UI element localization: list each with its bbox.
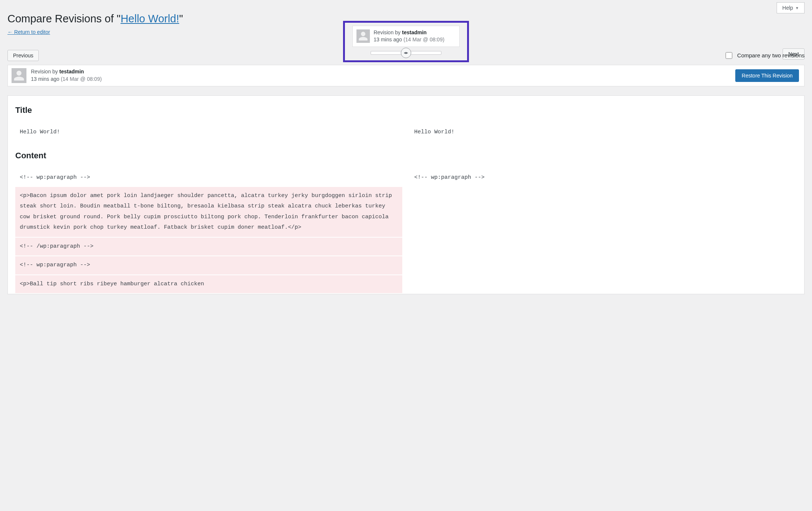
slider-handle[interactable]: ◂▸ <box>401 48 411 58</box>
person-icon <box>13 70 25 82</box>
tooltip-info: Revision by testadmin 13 mins ago (14 Ma… <box>374 29 444 44</box>
revision-slider-track[interactable]: ◂▸ <box>352 51 460 55</box>
diff-line: <!-- wp:paragraph --> <box>15 169 402 187</box>
avatar <box>12 68 26 83</box>
diff-panel: Title Hello World! Hello World! Content … <box>7 95 805 295</box>
person-icon <box>358 31 368 41</box>
return-to-editor-link[interactable]: ← Return to editor <box>7 29 50 35</box>
diff-content-heading: Content <box>15 151 797 161</box>
help-tab[interactable]: Help ▼ <box>777 2 805 13</box>
revision-header-bar: Revision by testadmin 13 mins ago (14 Ma… <box>7 65 805 86</box>
diff-line: <!-- wp:paragraph --> <box>15 256 402 275</box>
diff-line: <!-- wp:paragraph --> <box>410 169 797 187</box>
revision-tooltip: Revision by testadmin 13 mins ago (14 Ma… <box>352 26 460 47</box>
diff-line: <!-- /wp:paragraph --> <box>15 238 402 257</box>
revision-slider-highlight: Revision by testadmin 13 mins ago (14 Ma… <box>343 21 469 62</box>
restore-revision-button[interactable]: Restore This Revision <box>735 69 799 82</box>
diff-line: <p>Ball tip short ribs ribeye hamburger … <box>15 275 402 294</box>
compare-two-checkbox[interactable] <box>726 52 732 59</box>
revision-info: Revision by testadmin 13 mins ago (14 Ma… <box>31 68 102 83</box>
compare-two-label: Compare any two revisions <box>737 52 805 58</box>
post-title-link[interactable]: Hello World! <box>121 13 179 25</box>
previous-button[interactable]: Previous <box>7 50 39 61</box>
diff-title-left: Hello World! <box>15 123 402 142</box>
diff-title-heading: Title <box>15 105 797 115</box>
diff-title-right: Hello World! <box>410 123 797 142</box>
compare-two-toggle[interactable]: Compare any two revisions <box>724 51 805 60</box>
diff-content-left: <!-- wp:paragraph --><p>Bacon ipsum dolo… <box>15 169 402 294</box>
slider-handle-icon: ◂▸ <box>404 50 408 55</box>
avatar <box>356 29 370 43</box>
help-label: Help <box>782 5 793 11</box>
diff-content-right: <!-- wp:paragraph --> <box>410 169 797 294</box>
diff-line: <p>Bacon ipsum dolor amet pork loin land… <box>15 187 402 238</box>
chevron-down-icon: ▼ <box>795 6 799 10</box>
